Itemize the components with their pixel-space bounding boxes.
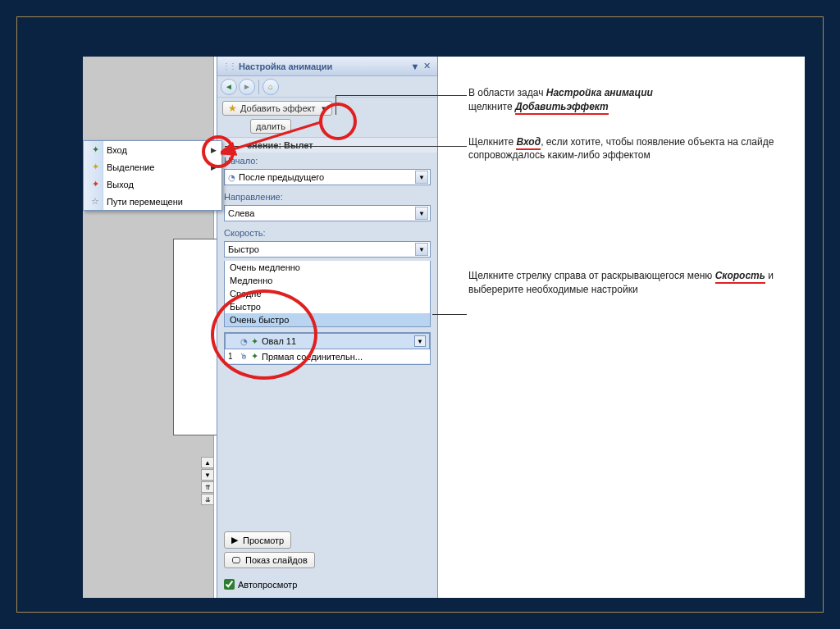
menu-item-motion-paths[interactable]: ☆ Пути перемещени xyxy=(84,193,221,210)
mouse-icon: 🖱 xyxy=(240,352,248,361)
menu-item-label: Выделение xyxy=(107,162,206,172)
slide-thumbnail[interactable] xyxy=(173,239,221,435)
nav-forward-button[interactable]: ► xyxy=(239,79,255,95)
remove-row: далить xyxy=(217,119,437,137)
speed-option[interactable]: Средне xyxy=(225,287,430,300)
chevron-right-icon: ▶ xyxy=(211,163,217,171)
bottom-buttons: ▶ Просмотр 🖵 Показ слайдов xyxy=(224,531,431,568)
remove-label: далить xyxy=(256,121,285,131)
play-icon: ▶ xyxy=(231,535,238,545)
chevron-down-icon[interactable]: ▼ xyxy=(414,335,426,347)
speed-value: Быстро xyxy=(228,244,415,254)
annotation-1: В области задач Настройка анимации щелкн… xyxy=(468,86,797,114)
leader-line-1 xyxy=(336,95,467,96)
clock-icon: ◔ xyxy=(228,173,235,182)
taskpane-titlebar: ⋮⋮ Настройка анимации ▼ ✕ xyxy=(217,57,437,76)
leader-line-3 xyxy=(432,314,467,315)
menu-item-label: Вход xyxy=(107,145,206,155)
anno-text: щелкните xyxy=(468,101,515,112)
menu-item-exit[interactable]: ✦ Выход xyxy=(84,175,221,193)
speed-dropdown-list: Очень медленно Медленно Средне Быстро Оч… xyxy=(224,261,431,327)
animation-taskpane: ⋮⋮ Настройка анимации ▼ ✕ ◄ ► ⌂ ★ Добави… xyxy=(217,57,438,598)
leader-line-2 xyxy=(225,146,467,147)
app-region: ▲ ▼ ⇈ ⇊ ⋮⋮ Настройка анимации ▼ ✕ ◄ ► ⌂ xyxy=(83,57,444,598)
anno-em-underlined: Добавитьэффект xyxy=(515,101,609,115)
animation-object-item[interactable]: ◔ ✦ Овал 11 ▼ xyxy=(225,333,430,349)
autopreview-label: Автопросмотр xyxy=(238,580,297,590)
annotation-3: Щелкните стрелку справа от раскрывающего… xyxy=(468,269,797,297)
chevron-down-icon[interactable]: ▼ xyxy=(415,207,428,220)
star-icon: ★ xyxy=(228,103,237,113)
direction-value: Слева xyxy=(228,208,415,218)
speed-option[interactable]: Очень медленно xyxy=(225,261,430,274)
animation-object-item[interactable]: 1 🖱 ✦ Прямая соединительн... xyxy=(225,349,430,364)
direction-combo[interactable]: Слева ▼ xyxy=(224,205,431,221)
autopreview-input[interactable] xyxy=(224,579,235,590)
dropdown-icon[interactable]: ▼ xyxy=(409,62,421,71)
annotations: В области задач Настройка анимации щелкн… xyxy=(468,86,797,318)
effect-buttons-row: ★ Добавить эффект ▼ xyxy=(217,98,437,119)
annotation-2: Щелкните Вход, если хотите, чтобы появле… xyxy=(468,135,797,163)
taskpane-title: Настройка анимации xyxy=(239,62,409,71)
grip-icon: ⋮⋮ xyxy=(222,62,235,71)
chevron-down-icon[interactable]: ▼ xyxy=(415,243,428,256)
reorder-buttons: ▲ ▼ ⇈ ⇊ xyxy=(201,457,214,505)
chevron-down-icon[interactable]: ▼ xyxy=(415,171,428,184)
add-effect-button[interactable]: ★ Добавить эффект ▼ xyxy=(222,101,332,116)
speed-label: Скорость: xyxy=(217,225,437,239)
projector-icon: 🖵 xyxy=(231,555,240,565)
effect-icon: ✦ xyxy=(251,336,258,347)
change-header: енение: Вылет xyxy=(217,137,437,153)
menu-item-label: Выход xyxy=(107,180,217,189)
nav-separator xyxy=(258,80,259,94)
remove-effect-button[interactable]: далить xyxy=(250,119,291,134)
preview-button[interactable]: ▶ Просмотр xyxy=(224,531,291,549)
direction-label: Направление: xyxy=(217,189,437,203)
leader-line-1v xyxy=(336,95,336,115)
seq-num: 1 xyxy=(228,352,236,361)
nav-home-button[interactable]: ⌂ xyxy=(262,79,279,95)
close-icon[interactable]: ✕ xyxy=(421,61,432,71)
speed-combo[interactable]: Быстро ▼ xyxy=(224,241,431,258)
object-name: Овал 11 xyxy=(262,336,411,346)
menu-item-entrance[interactable]: ✦ Вход ▶ xyxy=(84,141,221,158)
menu-item-label: Пути перемещени xyxy=(107,197,217,207)
star-icon: ✦ xyxy=(89,144,102,155)
move-bottom-button[interactable]: ⇊ xyxy=(201,494,214,505)
start-label: Начало: xyxy=(217,153,437,167)
add-effect-label: Добавить эффект xyxy=(240,103,315,113)
anno-text: Щелкните xyxy=(468,136,516,148)
content-area: ▲ ▼ ⇈ ⇊ ⋮⋮ Настройка анимации ▼ ✕ ◄ ► ⌂ xyxy=(83,57,805,598)
star-icon: ☆ xyxy=(89,196,102,207)
anno-text: В области задач xyxy=(468,87,546,98)
slideshow-button[interactable]: 🖵 Показ слайдов xyxy=(224,552,315,568)
anno-em-underlined: Скорость xyxy=(715,270,765,284)
star-icon: ✦ xyxy=(89,179,102,189)
move-top-button[interactable]: ⇈ xyxy=(201,481,214,493)
chevron-right-icon: ▶ xyxy=(211,146,217,154)
effect-icon: ✦ xyxy=(251,351,258,362)
preview-label: Просмотр xyxy=(243,536,284,545)
autopreview-checkbox[interactable]: Автопросмотр xyxy=(224,579,297,590)
clock-icon: ◔ xyxy=(240,337,248,346)
slide-frame: ▲ ▼ ⇈ ⇊ ⋮⋮ Настройка анимации ▼ ✕ ◄ ► ⌂ xyxy=(16,16,824,613)
chevron-down-icon: ▼ xyxy=(320,105,326,112)
menu-item-emphasis[interactable]: ✦ Выделение ▶ xyxy=(84,158,221,175)
slideshow-label: Показ слайдов xyxy=(245,555,308,565)
object-name: Прямая соединительн... xyxy=(262,352,427,362)
anno-em: Настройка анимации xyxy=(546,87,653,98)
star-icon: ✦ xyxy=(89,162,102,172)
move-up-button[interactable]: ▲ xyxy=(201,457,214,468)
anno-em-underlined: Вход xyxy=(516,136,541,150)
start-combo[interactable]: ◔ После предыдущего ▼ xyxy=(224,169,431,185)
speed-option[interactable]: Быстро xyxy=(225,300,430,313)
speed-option[interactable]: Медленно xyxy=(225,274,430,287)
move-down-button[interactable]: ▼ xyxy=(201,469,214,481)
effect-context-menu: ✦ Вход ▶ ✦ Выделение ▶ ✦ Выход ☆ Пути пе… xyxy=(83,140,222,211)
nav-back-button[interactable]: ◄ xyxy=(221,79,237,95)
start-value: После предыдущего xyxy=(239,172,415,182)
speed-option-selected[interactable]: Очень быстро xyxy=(225,313,430,326)
anno-text: Щелкните стрелку справа от раскрывающего… xyxy=(468,270,715,281)
animation-objects-list: ◔ ✦ Овал 11 ▼ 1 🖱 ✦ Прямая соединительн.… xyxy=(224,332,431,365)
